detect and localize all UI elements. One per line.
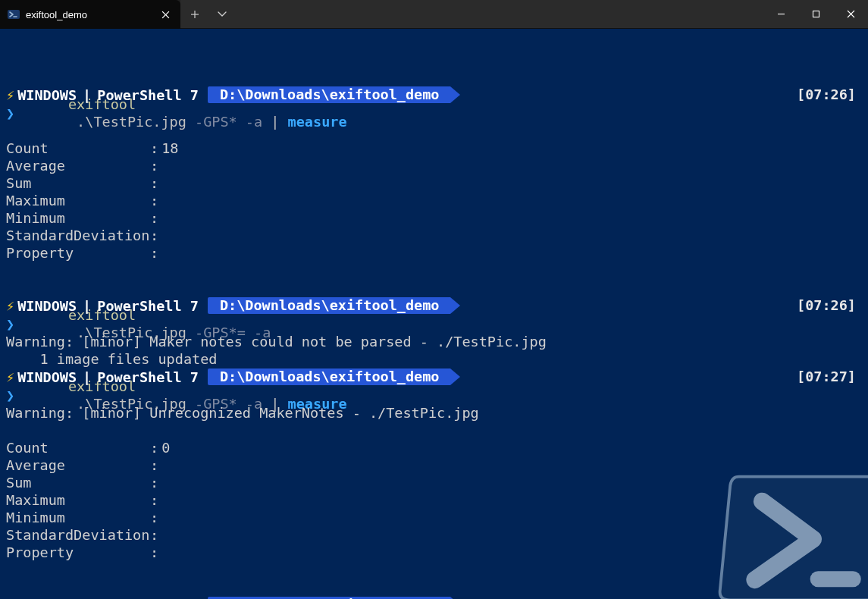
stat-label: Maximum <box>6 491 150 509</box>
prompt-line: ⚡ WINDOWS | PowerShell 7 D:\Downloads\ex… <box>6 86 862 104</box>
stat-label: Average <box>6 456 150 474</box>
bolt-icon: ⚡ <box>6 368 14 386</box>
prompt-path: D:\Downloads\exiftool_demo <box>208 86 450 103</box>
prompt-line: ⚡ WINDOWS | PowerShell 7 D:\Downloads\ex… <box>6 368 862 386</box>
prompt-time: [07:27] <box>797 368 856 385</box>
bolt-icon: ⚡ <box>6 597 14 600</box>
prompt-arrow-icon: ❯ <box>6 315 14 333</box>
bolt-icon: ⚡ <box>6 86 14 104</box>
stat-row: Count:0 <box>6 439 862 456</box>
prompt-path: D:\Downloads\exiftool_demo <box>208 368 450 385</box>
plus-icon <box>190 10 199 19</box>
prompt-shell: PowerShell 7 <box>92 368 203 386</box>
maximize-button[interactable] <box>798 0 833 28</box>
prompt-host: WINDOWS <box>16 597 81 600</box>
stat-row: StandardDeviation: <box>6 526 862 544</box>
stat-label: Maximum <box>6 192 150 209</box>
titlebar: exiftool_demo <box>0 0 868 29</box>
command-line: ❯ exiftool .\TestPic.jpg -GPS*= -a <box>6 315 862 333</box>
close-window-button[interactable] <box>833 0 868 28</box>
stat-row: StandardDeviation: <box>6 227 862 244</box>
stat-label: Count <box>6 140 150 157</box>
stat-row: Minimum: <box>6 509 862 526</box>
prompt-time: [07:26] <box>797 296 856 314</box>
stat-row: Maximum: <box>6 192 862 209</box>
command-line: ❯ exiftool .\TestPic.jpg -GPS* -a | meas… <box>6 104 862 122</box>
command-line: ❯ exiftool .\TestPic.jpg -GPS* -a | meas… <box>6 386 862 404</box>
powershell-tab-icon <box>8 8 20 20</box>
tab-dropdown-button[interactable] <box>209 3 235 26</box>
stat-row: Maximum: <box>6 491 862 509</box>
prompt-time: [07:27] <box>797 596 856 599</box>
output-line: Warning: [minor] Unrecognized MakerNotes… <box>6 404 862 422</box>
window-controls <box>763 0 868 28</box>
maximize-icon <box>812 10 820 18</box>
svg-rect-0 <box>8 10 20 19</box>
prompt-host: WINDOWS <box>16 297 81 315</box>
minimize-button[interactable] <box>763 0 798 28</box>
stat-label: Minimum <box>6 209 150 227</box>
prompt-time: [07:26] <box>797 86 856 103</box>
prompt-arrow-icon: ❯ <box>6 387 14 404</box>
svg-rect-7 <box>813 11 819 17</box>
stat-row: Sum: <box>6 174 862 192</box>
prompt-shell: PowerShell 7 <box>92 297 203 315</box>
terminal-content: ⚡ WINDOWS | PowerShell 7 D:\Downloads\ex… <box>6 86 862 599</box>
close-icon <box>161 11 170 19</box>
stat-row: Average: <box>6 456 862 474</box>
stat-row: Sum: <box>6 474 862 491</box>
stat-label: Minimum <box>6 509 150 526</box>
command-piped: measure <box>288 114 347 130</box>
stat-row: Count:18 <box>6 140 862 157</box>
stat-value: 18 <box>161 140 178 156</box>
close-icon <box>847 10 855 18</box>
stat-label: Count <box>6 439 150 456</box>
stat-label: Average <box>6 157 150 174</box>
stat-label: Sum <box>6 474 150 491</box>
tab-strip <box>180 0 868 29</box>
stat-row: Property: <box>6 244 862 262</box>
command-args: .\TestPic.jpg <box>68 114 195 130</box>
command-flags: -GPS* -a <box>195 114 262 130</box>
minimize-icon <box>777 10 785 18</box>
stat-label: Sum <box>6 174 150 192</box>
stat-label: Property <box>6 244 150 262</box>
stat-label: StandardDeviation <box>6 526 150 544</box>
new-tab-button[interactable] <box>182 3 208 26</box>
chevron-down-icon <box>218 11 227 17</box>
stat-label: StandardDeviation <box>6 227 150 244</box>
terminal-body[interactable]: ⚡ WINDOWS | PowerShell 7 D:\Downloads\ex… <box>0 29 868 599</box>
prompt-host: WINDOWS <box>16 368 81 386</box>
prompt-shell: PowerShell 7 <box>92 597 203 600</box>
prompt-path: D:\Downloads\exiftool_demo <box>208 297 450 314</box>
stat-row: Property: <box>6 544 862 561</box>
prompt-line: ⚡ WINDOWS | PowerShell 7 D:\Downloads\ex… <box>6 296 862 315</box>
stat-row: Average: <box>6 157 862 174</box>
output-line: Warning: [minor] Maker notes could not b… <box>6 333 862 350</box>
active-tab[interactable]: exiftool_demo <box>0 0 180 29</box>
close-tab-button[interactable] <box>156 5 174 24</box>
stat-row: Minimum: <box>6 209 862 227</box>
prompt-shell: PowerShell 7 <box>92 86 203 104</box>
stat-value: 0 <box>161 440 170 456</box>
prompt-line: ⚡ WINDOWS | PowerShell 7 D:\Downloads\ex… <box>6 596 862 599</box>
tab-title: exiftool_demo <box>26 9 150 20</box>
prompt-arrow-icon: ❯ <box>6 105 14 122</box>
stat-label: Property <box>6 544 150 561</box>
bolt-icon: ⚡ <box>6 297 14 315</box>
prompt-host: WINDOWS <box>16 86 81 104</box>
